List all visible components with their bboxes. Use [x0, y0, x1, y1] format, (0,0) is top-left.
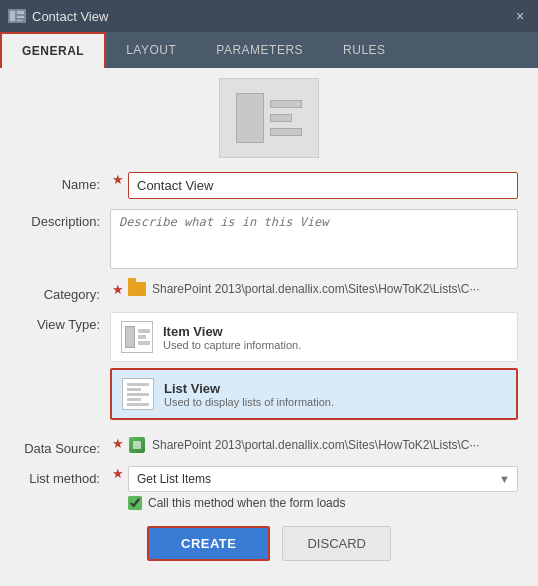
datasource-icon	[128, 436, 146, 454]
name-control-wrap	[128, 172, 518, 199]
item-view-icon	[121, 321, 153, 353]
window-title: Contact View	[32, 9, 504, 24]
list-method-control-wrap: Get List Items Get All Items Get Single …	[128, 466, 518, 510]
buttons-row: CREATE DISCARD	[20, 526, 518, 561]
list-method-row: List method: ★ Get List Items Get All It…	[20, 466, 518, 510]
tab-layout[interactable]: LAYOUT	[106, 32, 196, 68]
method-checkbox[interactable]	[128, 496, 142, 510]
view-type-label: View Type:	[20, 312, 110, 332]
create-button[interactable]: CREATE	[147, 526, 270, 561]
list-method-required: ★	[112, 466, 124, 481]
data-source-row: Data Source: ★ SharePoint 2013\portal.de…	[20, 436, 518, 456]
preview-line-3	[270, 128, 302, 136]
name-required: ★	[112, 172, 124, 187]
category-value[interactable]: SharePoint 2013\portal.denallix.com\Site…	[128, 282, 518, 296]
preview-right-col	[270, 93, 302, 143]
data-source-label: Data Source:	[20, 436, 110, 456]
category-row: Category: ★ SharePoint 2013\portal.denal…	[20, 282, 518, 302]
view-type-list-card[interactable]: List View Used to display lists of infor…	[110, 368, 518, 420]
tab-parameters[interactable]: PARAMETERS	[196, 32, 323, 68]
tab-rules[interactable]: RULES	[323, 32, 406, 68]
data-source-control-wrap: SharePoint 2013\portal.denallix.com\Site…	[128, 436, 518, 454]
close-icon[interactable]: ×	[510, 6, 530, 26]
folder-icon	[128, 282, 146, 296]
preview-container	[20, 78, 518, 158]
data-source-value[interactable]: SharePoint 2013\portal.denallix.com\Site…	[128, 436, 518, 454]
category-label: Category:	[20, 282, 110, 302]
svg-rect-3	[17, 16, 24, 18]
list-view-icon	[122, 378, 154, 410]
name-row: Name: ★	[20, 172, 518, 199]
window-icon	[8, 9, 26, 23]
preview-box	[219, 78, 319, 158]
view-type-control-wrap: Item View Used to capture information.	[110, 312, 518, 426]
svg-rect-1	[10, 11, 15, 21]
svg-rect-4	[17, 20, 22, 21]
preview-line-2	[270, 114, 292, 122]
list-method-select-wrap: Get List Items Get All Items Get Single …	[128, 466, 518, 492]
list-method-label: List method:	[20, 466, 110, 486]
title-bar: Contact View ×	[0, 0, 538, 32]
name-input[interactable]	[128, 172, 518, 199]
description-label: Description:	[20, 209, 110, 229]
description-control-wrap	[110, 209, 518, 272]
view-type-row: View Type: Item View U	[20, 312, 518, 426]
tabs-bar: GENERAL LAYOUT PARAMETERS RULES	[0, 32, 538, 68]
checkbox-label: Call this method when the form loads	[148, 496, 345, 510]
category-control-wrap: SharePoint 2013\portal.denallix.com\Site…	[128, 282, 518, 296]
list-method-select[interactable]: Get List Items Get All Items Get Single …	[128, 466, 518, 492]
view-type-item-card[interactable]: Item View Used to capture information.	[110, 312, 518, 362]
data-source-required: ★	[112, 436, 124, 451]
description-input[interactable]	[110, 209, 518, 269]
preview-left-col	[236, 93, 264, 143]
svg-rect-2	[17, 11, 24, 14]
preview-line-1	[270, 100, 302, 108]
description-row: Description:	[20, 209, 518, 272]
item-view-text: Item View Used to capture information.	[163, 324, 301, 351]
checkbox-row: Call this method when the form loads	[128, 496, 518, 510]
category-required: ★	[112, 282, 124, 297]
name-label: Name:	[20, 172, 110, 192]
content-area: Name: ★ Description: Category: ★ SharePo…	[0, 68, 538, 586]
discard-button[interactable]: DISCARD	[282, 526, 391, 561]
tab-general[interactable]: GENERAL	[0, 32, 106, 68]
list-view-text: List View Used to display lists of infor…	[164, 381, 334, 408]
